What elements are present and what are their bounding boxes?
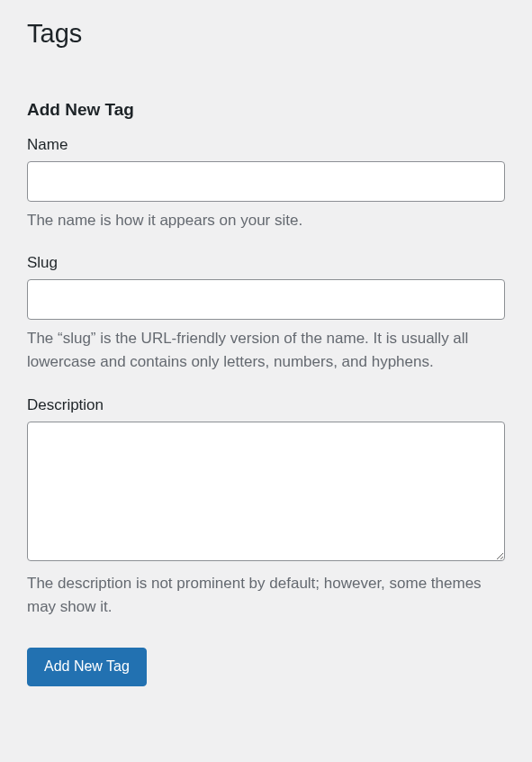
page-wrap: Tags Add New Tag Name The name is how it… bbox=[0, 0, 532, 713]
name-input[interactable] bbox=[27, 161, 505, 202]
page-title: Tags bbox=[27, 9, 505, 55]
name-field-group: Name The name is how it appears on your … bbox=[27, 136, 505, 232]
description-description: The description is not prominent by defa… bbox=[27, 572, 505, 620]
name-description: The name is how it appears on your site. bbox=[27, 209, 505, 232]
add-new-tag-button[interactable]: Add New Tag bbox=[27, 648, 147, 686]
slug-input[interactable] bbox=[27, 279, 505, 320]
description-textarea[interactable] bbox=[27, 422, 505, 561]
name-label: Name bbox=[27, 136, 505, 154]
description-field-group: Description The description is not promi… bbox=[27, 396, 505, 620]
form-heading: Add New Tag bbox=[27, 100, 505, 120]
slug-description: The “slug” is the URL-friendly version o… bbox=[27, 327, 505, 375]
slug-field-group: Slug The “slug” is the URL-friendly vers… bbox=[27, 254, 505, 375]
slug-label: Slug bbox=[27, 254, 505, 272]
description-label: Description bbox=[27, 396, 505, 414]
